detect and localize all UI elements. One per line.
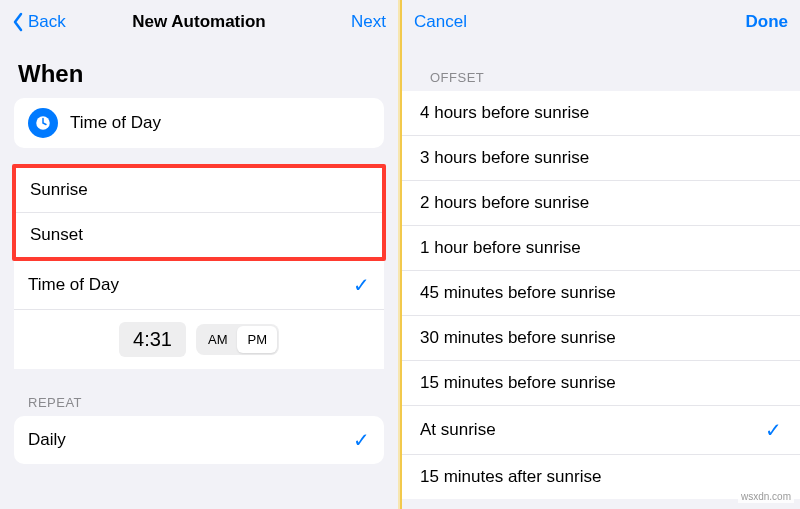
repeat-header: REPEAT <box>0 369 398 416</box>
offset-option-label: 3 hours before sunrise <box>420 148 782 168</box>
offset-option[interactable]: 4 hours before sunrise <box>402 91 800 135</box>
option-sunrise[interactable]: Sunrise <box>16 168 382 212</box>
option-sunset[interactable]: Sunset <box>16 212 382 257</box>
time-picker: 4:31 AM PM <box>14 309 384 369</box>
clock-icon <box>28 108 58 138</box>
offset-option[interactable]: 45 minutes before sunrise <box>402 270 800 315</box>
repeat-card: Daily ✓ <box>14 416 384 464</box>
cancel-label: Cancel <box>414 12 467 32</box>
repeat-daily[interactable]: Daily ✓ <box>14 416 384 464</box>
time-of-day-summary-label: Time of Day <box>70 113 370 133</box>
option-time-of-day-label: Time of Day <box>28 275 353 295</box>
offset-option-label: 45 minutes before sunrise <box>420 283 782 303</box>
offset-option-label: 15 minutes before sunrise <box>420 373 782 393</box>
when-heading: When <box>0 44 398 98</box>
am-segment[interactable]: AM <box>198 326 238 353</box>
navbar-left: Back New Automation Next <box>0 0 398 44</box>
check-icon: ✓ <box>353 428 370 452</box>
offset-option[interactable]: 1 hour before sunrise <box>402 225 800 270</box>
back-label: Back <box>28 12 66 32</box>
done-button[interactable]: Done <box>746 12 789 32</box>
automation-when-panel: Back New Automation Next When Time of Da… <box>0 0 398 509</box>
option-sunset-label: Sunset <box>30 225 368 245</box>
offset-option-label: At sunrise <box>420 420 765 440</box>
offset-option[interactable]: 3 hours before sunrise <box>402 135 800 180</box>
pm-segment[interactable]: PM <box>237 326 277 353</box>
offset-option-label: 4 hours before sunrise <box>420 103 782 123</box>
page-title: New Automation <box>132 12 265 32</box>
back-button[interactable]: Back <box>12 12 66 32</box>
watermark: wsxdn.com <box>738 490 794 503</box>
chevron-left-icon <box>12 12 24 32</box>
offset-option-label: 1 hour before sunrise <box>420 238 782 258</box>
time-readout[interactable]: 4:31 <box>119 322 186 357</box>
offset-option[interactable]: 15 minutes before sunrise <box>402 360 800 405</box>
offset-option[interactable]: 30 minutes before sunrise <box>402 315 800 360</box>
next-label: Next <box>351 12 386 32</box>
repeat-daily-label: Daily <box>28 430 353 450</box>
time-of-day-summary-card[interactable]: Time of Day <box>14 98 384 148</box>
option-sunrise-label: Sunrise <box>30 180 368 200</box>
sun-options-highlight: Sunrise Sunset <box>12 164 386 261</box>
offset-option-label: 30 minutes before sunrise <box>420 328 782 348</box>
offset-list: 4 hours before sunrise3 hours before sun… <box>402 91 800 499</box>
offset-option[interactable]: 2 hours before sunrise <box>402 180 800 225</box>
offset-option-label: 15 minutes after sunrise <box>420 467 782 487</box>
offset-option-label: 2 hours before sunrise <box>420 193 782 213</box>
ampm-toggle[interactable]: AM PM <box>196 324 279 355</box>
check-icon: ✓ <box>765 418 782 442</box>
check-icon: ✓ <box>353 273 370 297</box>
time-of-day-card: Time of Day ✓ 4:31 AM PM <box>14 261 384 369</box>
next-button[interactable]: Next <box>351 12 386 32</box>
offset-option[interactable]: At sunrise✓ <box>402 405 800 454</box>
done-label: Done <box>746 12 789 32</box>
offset-panel: Cancel Done OFFSET 4 hours before sunris… <box>402 0 800 509</box>
cancel-button[interactable]: Cancel <box>414 12 467 32</box>
option-time-of-day[interactable]: Time of Day ✓ <box>14 261 384 309</box>
offset-header: OFFSET <box>402 44 800 91</box>
navbar-right: Cancel Done <box>402 0 800 44</box>
